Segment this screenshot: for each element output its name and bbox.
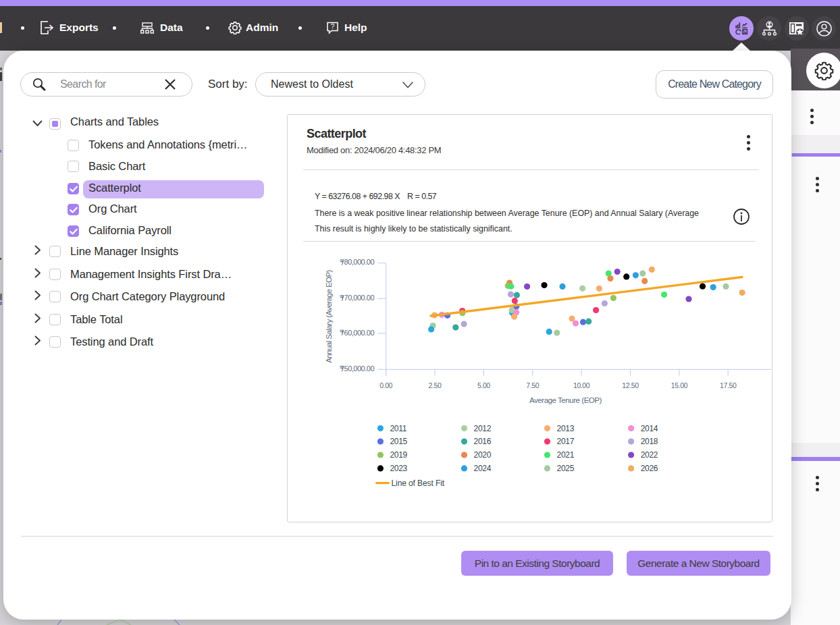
svg-text:Line of Best Fit: Line of Best Fit — [392, 479, 445, 488]
svg-text:50,000.00: 50,000.00 — [344, 364, 375, 373]
svg-text:2022: 2022 — [641, 450, 658, 460]
svg-text:15.00: 15.00 — [671, 381, 688, 389]
svg-text:2012: 2012 — [474, 424, 492, 433]
svg-text:2024: 2024 — [474, 464, 492, 473]
svg-text:70,000.00: 70,000.00 — [344, 294, 375, 302]
svg-text:2015: 2015 — [390, 437, 408, 446]
svg-text:Annual Salary (Average EOP): Annual Salary (Average EOP) — [325, 269, 333, 362]
svg-text:2025: 2025 — [557, 464, 575, 473]
svg-text:2013: 2013 — [557, 424, 575, 433]
svg-text:2026: 2026 — [641, 464, 658, 473]
svg-text:2011: 2011 — [390, 424, 407, 433]
svg-text:2023: 2023 — [390, 464, 408, 473]
svg-text:2018: 2018 — [641, 437, 658, 446]
svg-text:?: ? — [331, 23, 335, 30]
svg-text:2019: 2019 — [390, 450, 408, 460]
svg-text:80,000.00: 80,000.00 — [344, 258, 375, 266]
svg-text:17.50: 17.50 — [720, 381, 737, 389]
svg-text:2021: 2021 — [557, 450, 575, 460]
svg-text:2014: 2014 — [641, 424, 658, 433]
svg-text:60,000.00: 60,000.00 — [344, 329, 375, 337]
svg-text:2016: 2016 — [474, 437, 492, 446]
svg-text:10.00: 10.00 — [573, 381, 590, 389]
svg-text:7.50: 7.50 — [526, 381, 539, 389]
svg-text:0.00: 0.00 — [379, 381, 392, 389]
svg-text:12.50: 12.50 — [622, 381, 639, 389]
svg-text:2.50: 2.50 — [429, 381, 442, 389]
svg-text:2020: 2020 — [474, 450, 492, 460]
svg-text:Average Tenure (EOP): Average Tenure (EOP) — [529, 396, 602, 404]
svg-text:2017: 2017 — [557, 437, 575, 446]
svg-text:5.00: 5.00 — [477, 381, 490, 389]
